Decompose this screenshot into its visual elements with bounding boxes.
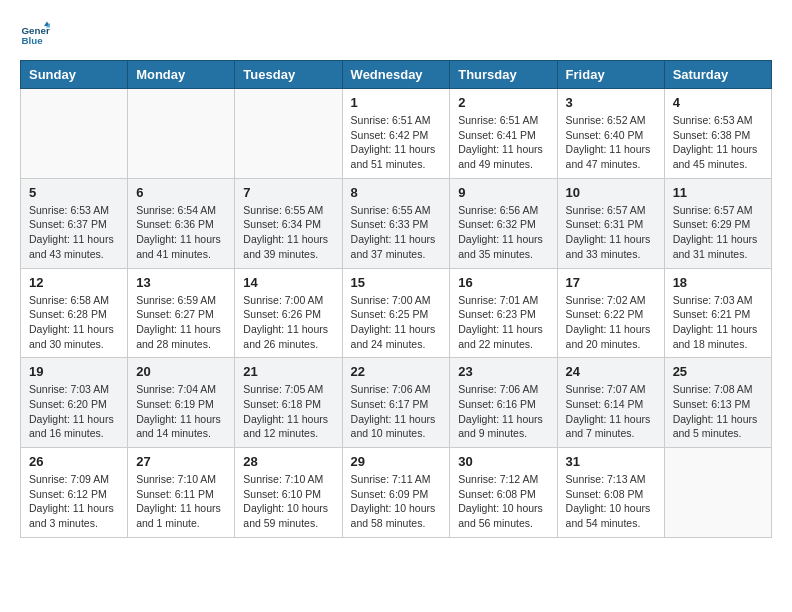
calendar-day-cell: 24Sunrise: 7:07 AMSunset: 6:14 PMDayligh…	[557, 358, 664, 448]
weekday-header-row: SundayMondayTuesdayWednesdayThursdayFrid…	[21, 61, 772, 89]
day-info: Sunrise: 7:10 AMSunset: 6:11 PMDaylight:…	[136, 472, 226, 531]
day-number: 18	[673, 275, 763, 290]
calendar-day-cell: 15Sunrise: 7:00 AMSunset: 6:25 PMDayligh…	[342, 268, 450, 358]
calendar-week-row: 19Sunrise: 7:03 AMSunset: 6:20 PMDayligh…	[21, 358, 772, 448]
weekday-header-wednesday: Wednesday	[342, 61, 450, 89]
day-info: Sunrise: 6:58 AMSunset: 6:28 PMDaylight:…	[29, 293, 119, 352]
day-info: Sunrise: 6:57 AMSunset: 6:29 PMDaylight:…	[673, 203, 763, 262]
logo-icon: General Blue	[20, 20, 50, 50]
day-number: 3	[566, 95, 656, 110]
calendar-empty-cell	[235, 89, 342, 179]
day-number: 12	[29, 275, 119, 290]
calendar-week-row: 5Sunrise: 6:53 AMSunset: 6:37 PMDaylight…	[21, 178, 772, 268]
day-number: 21	[243, 364, 333, 379]
day-number: 19	[29, 364, 119, 379]
day-info: Sunrise: 6:55 AMSunset: 6:33 PMDaylight:…	[351, 203, 442, 262]
day-number: 24	[566, 364, 656, 379]
calendar-day-cell: 17Sunrise: 7:02 AMSunset: 6:22 PMDayligh…	[557, 268, 664, 358]
calendar-day-cell: 13Sunrise: 6:59 AMSunset: 6:27 PMDayligh…	[128, 268, 235, 358]
day-number: 6	[136, 185, 226, 200]
weekday-header-thursday: Thursday	[450, 61, 557, 89]
day-number: 9	[458, 185, 548, 200]
day-number: 13	[136, 275, 226, 290]
calendar-day-cell: 28Sunrise: 7:10 AMSunset: 6:10 PMDayligh…	[235, 448, 342, 538]
calendar-day-cell: 12Sunrise: 6:58 AMSunset: 6:28 PMDayligh…	[21, 268, 128, 358]
day-info: Sunrise: 6:52 AMSunset: 6:40 PMDaylight:…	[566, 113, 656, 172]
day-number: 28	[243, 454, 333, 469]
svg-text:Blue: Blue	[22, 35, 44, 46]
day-info: Sunrise: 7:01 AMSunset: 6:23 PMDaylight:…	[458, 293, 548, 352]
calendar-day-cell: 9Sunrise: 6:56 AMSunset: 6:32 PMDaylight…	[450, 178, 557, 268]
calendar-day-cell: 30Sunrise: 7:12 AMSunset: 6:08 PMDayligh…	[450, 448, 557, 538]
day-number: 20	[136, 364, 226, 379]
calendar-day-cell: 4Sunrise: 6:53 AMSunset: 6:38 PMDaylight…	[664, 89, 771, 179]
day-number: 22	[351, 364, 442, 379]
calendar-day-cell: 29Sunrise: 7:11 AMSunset: 6:09 PMDayligh…	[342, 448, 450, 538]
day-number: 25	[673, 364, 763, 379]
day-info: Sunrise: 6:53 AMSunset: 6:37 PMDaylight:…	[29, 203, 119, 262]
calendar-day-cell: 25Sunrise: 7:08 AMSunset: 6:13 PMDayligh…	[664, 358, 771, 448]
day-info: Sunrise: 6:51 AMSunset: 6:41 PMDaylight:…	[458, 113, 548, 172]
calendar-empty-cell	[664, 448, 771, 538]
day-info: Sunrise: 7:07 AMSunset: 6:14 PMDaylight:…	[566, 382, 656, 441]
day-number: 30	[458, 454, 548, 469]
calendar-day-cell: 31Sunrise: 7:13 AMSunset: 6:08 PMDayligh…	[557, 448, 664, 538]
day-number: 27	[136, 454, 226, 469]
logo: General Blue	[20, 20, 50, 50]
day-number: 26	[29, 454, 119, 469]
calendar-day-cell: 10Sunrise: 6:57 AMSunset: 6:31 PMDayligh…	[557, 178, 664, 268]
day-info: Sunrise: 7:06 AMSunset: 6:17 PMDaylight:…	[351, 382, 442, 441]
day-info: Sunrise: 7:04 AMSunset: 6:19 PMDaylight:…	[136, 382, 226, 441]
calendar-day-cell: 23Sunrise: 7:06 AMSunset: 6:16 PMDayligh…	[450, 358, 557, 448]
day-number: 1	[351, 95, 442, 110]
day-number: 4	[673, 95, 763, 110]
day-info: Sunrise: 7:08 AMSunset: 6:13 PMDaylight:…	[673, 382, 763, 441]
day-info: Sunrise: 7:05 AMSunset: 6:18 PMDaylight:…	[243, 382, 333, 441]
day-number: 11	[673, 185, 763, 200]
calendar-day-cell: 5Sunrise: 6:53 AMSunset: 6:37 PMDaylight…	[21, 178, 128, 268]
calendar-table: SundayMondayTuesdayWednesdayThursdayFrid…	[20, 60, 772, 538]
day-info: Sunrise: 6:57 AMSunset: 6:31 PMDaylight:…	[566, 203, 656, 262]
calendar-day-cell: 21Sunrise: 7:05 AMSunset: 6:18 PMDayligh…	[235, 358, 342, 448]
day-number: 2	[458, 95, 548, 110]
day-info: Sunrise: 6:53 AMSunset: 6:38 PMDaylight:…	[673, 113, 763, 172]
day-info: Sunrise: 7:11 AMSunset: 6:09 PMDaylight:…	[351, 472, 442, 531]
day-info: Sunrise: 7:03 AMSunset: 6:20 PMDaylight:…	[29, 382, 119, 441]
page-header: General Blue	[20, 20, 772, 50]
calendar-empty-cell	[128, 89, 235, 179]
day-info: Sunrise: 6:59 AMSunset: 6:27 PMDaylight:…	[136, 293, 226, 352]
day-info: Sunrise: 7:00 AMSunset: 6:26 PMDaylight:…	[243, 293, 333, 352]
day-info: Sunrise: 7:10 AMSunset: 6:10 PMDaylight:…	[243, 472, 333, 531]
calendar-empty-cell	[21, 89, 128, 179]
weekday-header-tuesday: Tuesday	[235, 61, 342, 89]
calendar-day-cell: 6Sunrise: 6:54 AMSunset: 6:36 PMDaylight…	[128, 178, 235, 268]
calendar-day-cell: 1Sunrise: 6:51 AMSunset: 6:42 PMDaylight…	[342, 89, 450, 179]
calendar-day-cell: 2Sunrise: 6:51 AMSunset: 6:41 PMDaylight…	[450, 89, 557, 179]
calendar-week-row: 1Sunrise: 6:51 AMSunset: 6:42 PMDaylight…	[21, 89, 772, 179]
day-number: 31	[566, 454, 656, 469]
day-number: 17	[566, 275, 656, 290]
day-info: Sunrise: 7:13 AMSunset: 6:08 PMDaylight:…	[566, 472, 656, 531]
calendar-day-cell: 20Sunrise: 7:04 AMSunset: 6:19 PMDayligh…	[128, 358, 235, 448]
calendar-day-cell: 7Sunrise: 6:55 AMSunset: 6:34 PMDaylight…	[235, 178, 342, 268]
calendar-week-row: 26Sunrise: 7:09 AMSunset: 6:12 PMDayligh…	[21, 448, 772, 538]
day-number: 16	[458, 275, 548, 290]
day-number: 14	[243, 275, 333, 290]
weekday-header-monday: Monday	[128, 61, 235, 89]
calendar-day-cell: 22Sunrise: 7:06 AMSunset: 6:17 PMDayligh…	[342, 358, 450, 448]
day-info: Sunrise: 7:12 AMSunset: 6:08 PMDaylight:…	[458, 472, 548, 531]
calendar-day-cell: 26Sunrise: 7:09 AMSunset: 6:12 PMDayligh…	[21, 448, 128, 538]
day-info: Sunrise: 6:55 AMSunset: 6:34 PMDaylight:…	[243, 203, 333, 262]
day-info: Sunrise: 6:54 AMSunset: 6:36 PMDaylight:…	[136, 203, 226, 262]
day-number: 15	[351, 275, 442, 290]
day-number: 8	[351, 185, 442, 200]
day-info: Sunrise: 7:06 AMSunset: 6:16 PMDaylight:…	[458, 382, 548, 441]
weekday-header-saturday: Saturday	[664, 61, 771, 89]
svg-text:General: General	[22, 25, 51, 36]
day-info: Sunrise: 6:56 AMSunset: 6:32 PMDaylight:…	[458, 203, 548, 262]
day-number: 10	[566, 185, 656, 200]
calendar-day-cell: 14Sunrise: 7:00 AMSunset: 6:26 PMDayligh…	[235, 268, 342, 358]
weekday-header-friday: Friday	[557, 61, 664, 89]
calendar-day-cell: 27Sunrise: 7:10 AMSunset: 6:11 PMDayligh…	[128, 448, 235, 538]
day-number: 23	[458, 364, 548, 379]
